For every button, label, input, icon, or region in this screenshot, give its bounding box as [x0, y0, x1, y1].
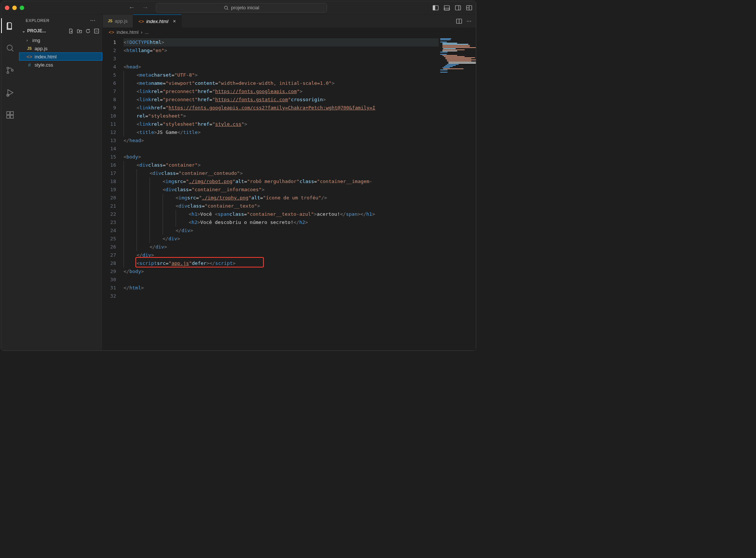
file-appjs[interactable]: JS app.js [19, 44, 102, 52]
code-line[interactable]: <body> [124, 153, 439, 161]
app-window: ← → projeto inicial [1, 1, 476, 351]
svg-rect-5 [444, 8, 449, 10]
breadcrumb[interactable]: <> index.html › ... [103, 28, 476, 37]
more-icon[interactable]: ··· [90, 17, 96, 24]
code-line[interactable]: <meta name="viewport" content="width=dev… [124, 79, 439, 87]
svg-rect-20 [10, 115, 13, 118]
code-line[interactable]: <img src="./img/robot.png" alt="robô mer… [124, 177, 439, 186]
titlebar: ← → projeto inicial [1, 1, 476, 15]
code-line[interactable]: <div class="container__texto"> [124, 202, 439, 210]
code-line[interactable]: <h1>Você <span class="container__texto-a… [124, 210, 439, 218]
svg-line-12 [12, 50, 13, 51]
code-line[interactable]: <script src="app.js" defer></script> [124, 259, 439, 267]
close-window-button[interactable] [5, 6, 9, 10]
code-line[interactable]: <div class="container__conteudo"> [124, 169, 439, 177]
project-actions [68, 28, 99, 34]
back-arrow-icon[interactable]: ← [128, 4, 135, 12]
forward-arrow-icon[interactable]: → [142, 4, 148, 12]
code-line[interactable]: <div class="container__informacoes"> [124, 186, 439, 194]
minimize-window-button[interactable] [12, 6, 17, 10]
minimap[interactable] [439, 37, 476, 350]
editor-area: JS app.js <> index.html × ··· <> index. [103, 15, 476, 350]
code-line[interactable]: <h2>Você descobriu o número secreto!</h2… [124, 218, 439, 227]
explorer-title: EXPLORER [26, 18, 49, 23]
code-line[interactable]: <img src="./img/trophy.png" alt="ícone d… [124, 194, 439, 202]
editor-body: 1234567891011121314151617181920212223242… [103, 37, 476, 350]
tab-label: index.html [146, 19, 168, 24]
new-folder-icon[interactable] [77, 28, 82, 34]
tabs-actions: ··· [456, 15, 476, 28]
file-label: app.js [35, 46, 48, 51]
folder-img[interactable]: › img [19, 36, 102, 44]
file-label: index.html [35, 54, 57, 60]
svg-rect-6 [455, 6, 461, 10]
search-activity-icon[interactable] [1, 41, 19, 55]
refresh-icon[interactable] [85, 28, 91, 34]
svg-point-14 [7, 72, 9, 74]
code-line[interactable]: </body> [124, 267, 439, 276]
layout-icon[interactable] [466, 5, 472, 11]
project-row[interactable]: ⌄ PROJE... [19, 26, 102, 35]
new-file-icon[interactable] [68, 28, 74, 34]
file-label: style.css [35, 62, 53, 68]
code-line[interactable]: </div> [124, 243, 439, 251]
html-file-icon: <> [109, 29, 114, 35]
svg-rect-4 [444, 6, 449, 10]
code-line[interactable]: <head> [124, 63, 439, 71]
tab-index[interactable]: <> index.html × [133, 15, 182, 28]
close-tab-icon[interactable]: × [173, 18, 176, 24]
explorer-activity-icon[interactable] [1, 18, 19, 33]
code-line[interactable]: <html lang="en"> [124, 46, 439, 55]
code-line[interactable]: </div> [124, 251, 439, 259]
tabs: JS app.js <> index.html × ··· [103, 15, 476, 28]
code-line[interactable]: <link href="https://fonts.googleapis.com… [124, 104, 439, 112]
svg-point-15 [12, 70, 13, 71]
source-control-activity-icon[interactable] [1, 63, 19, 78]
breadcrumb-file: index.html [116, 29, 138, 35]
code-line[interactable]: <link rel="stylesheet" href="style.css"> [124, 120, 439, 128]
code-line[interactable]: rel="stylesheet"> [124, 112, 439, 120]
code-line[interactable]: <link rel="preconnect" href="https://fon… [124, 87, 439, 96]
code-line[interactable]: </html> [124, 284, 439, 292]
maximize-window-button[interactable] [20, 6, 24, 10]
collapse-icon[interactable] [94, 28, 99, 34]
code-line[interactable]: <meta charset="UTF-8"> [124, 71, 439, 79]
debug-activity-icon[interactable] [1, 85, 19, 100]
file-index[interactable]: <> index.html [19, 52, 102, 61]
extensions-activity-icon[interactable] [1, 108, 19, 122]
panel-bottom-icon[interactable] [444, 5, 450, 11]
main-area: EXPLORER ··· ⌄ PROJE... [1, 15, 476, 350]
svg-point-11 [7, 45, 12, 50]
titlebar-right-icons [433, 5, 472, 11]
tab-appjs[interactable]: JS app.js [103, 15, 133, 28]
folder-label: img [32, 38, 40, 43]
code-line[interactable]: </head> [124, 137, 439, 145]
code-line[interactable]: <!DOCTYPE html> [124, 38, 439, 46]
code-line[interactable]: <title>JS Game</title> [124, 128, 439, 137]
svg-rect-21 [10, 112, 13, 115]
code-editor[interactable]: <!DOCTYPE html><html lang="en"> <head><m… [122, 37, 439, 350]
code-line[interactable] [124, 276, 439, 284]
code-line[interactable]: <link rel="preconnect" href="https://fon… [124, 96, 439, 104]
css-file-icon: # [26, 62, 32, 68]
project-name: PROJE... [27, 28, 46, 33]
panel-right-icon[interactable] [455, 5, 461, 11]
window-controls [5, 6, 24, 10]
code-line[interactable]: <div class="container"> [124, 161, 439, 169]
code-line[interactable] [124, 292, 439, 300]
code-line[interactable] [124, 55, 439, 63]
svg-point-0 [224, 6, 227, 9]
svg-point-13 [7, 67, 9, 69]
code-line[interactable] [124, 145, 439, 153]
file-style[interactable]: # style.css [19, 61, 102, 69]
tab-label: app.js [115, 18, 128, 24]
split-editor-icon[interactable] [456, 18, 462, 24]
svg-rect-19 [7, 115, 10, 118]
breadcrumb-ellipsis: ... [145, 29, 149, 35]
code-line[interactable]: </div> [124, 235, 439, 243]
gutter: 1234567891011121314151617181920212223242… [103, 37, 122, 350]
more-actions-icon[interactable]: ··· [467, 18, 471, 25]
code-line[interactable]: </div> [124, 227, 439, 235]
panel-left-icon[interactable] [433, 5, 439, 11]
command-search[interactable]: projeto inicial [156, 3, 327, 13]
